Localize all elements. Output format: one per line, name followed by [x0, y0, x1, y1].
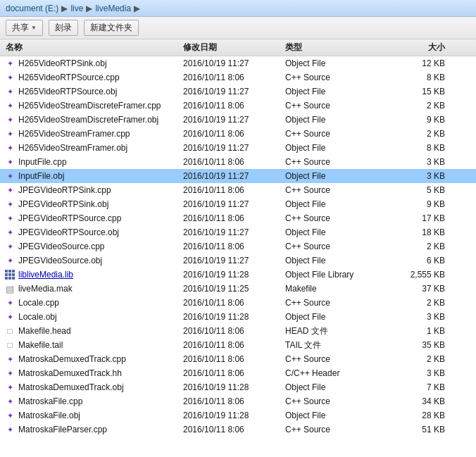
table-row[interactable]: ✦H265VideoRTPSource.obj2016/10/19 11:27O…: [0, 84, 476, 99]
table-row[interactable]: ✦JPEGVideoRTPSink.cpp2016/10/11 8:06C++ …: [0, 183, 476, 197]
table-row[interactable]: ✦H265VideoStreamFramer.cpp2016/10/11 8:0…: [0, 127, 476, 141]
table-row[interactable]: ✦MatroskaFile.cpp2016/10/11 8:06C++ Sour…: [0, 394, 476, 408]
file-icon: □: [4, 339, 15, 351]
file-date: 2016/10/19 11:27: [183, 227, 285, 237]
lib-icon: [4, 269, 15, 280]
cpp-icon: ✦: [4, 72, 15, 83]
file-size: 9 KB: [394, 115, 451, 125]
share-button[interactable]: 共享 ▼: [6, 20, 43, 36]
cpp-icon: ✦: [4, 353, 15, 365]
makefile-icon: ▤: [4, 283, 15, 294]
col-name-header[interactable]: 名称: [0, 42, 183, 54]
table-row[interactable]: ✦InputFile.obj2016/10/19 11:27Object Fil…: [0, 169, 476, 183]
cpp-icon: ✦: [4, 100, 15, 111]
table-row[interactable]: ✦H265VideoStreamDiscreteFramer.cpp2016/1…: [0, 99, 476, 113]
file-size: 7 KB: [394, 382, 451, 392]
table-row[interactable]: ✦H265VideoRTPSource.cpp2016/10/11 8:06C+…: [0, 70, 476, 84]
file-type: C++ Source: [285, 157, 394, 167]
table-row[interactable]: libliveMedia.lib2016/10/19 11:28Object F…: [0, 268, 476, 282]
file-name: libliveMedia.lib: [0, 269, 183, 280]
file-type: Object File: [285, 171, 394, 181]
obj-icon: ✦: [4, 142, 15, 154]
file-date: 2016/10/19 11:27: [183, 256, 285, 265]
breadcrumb-document[interactable]: document (E:): [6, 4, 58, 13]
table-row[interactable]: ✦JPEGVideoRTPSink.obj2016/10/19 11:27Obj…: [0, 197, 476, 211]
table-row[interactable]: ✦JPEGVideoRTPSource.obj2016/10/19 11:27O…: [0, 225, 476, 239]
table-row[interactable]: ✦H265VideoStreamFramer.obj2016/10/19 11:…: [0, 141, 476, 155]
file-size: 17 KB: [394, 213, 451, 223]
table-row[interactable]: ▤liveMedia.mak2016/10/19 11:25Makefile37…: [0, 282, 476, 296]
table-row[interactable]: ✦H265VideoStreamDiscreteFramer.obj2016/1…: [0, 113, 476, 127]
table-row[interactable]: ✦JPEGVideoSource.cpp2016/10/11 8:06C++ S…: [0, 239, 476, 253]
file-type: Object File: [285, 143, 394, 153]
file-date: 2016/10/11 8:06: [183, 129, 285, 139]
file-name: ▤liveMedia.mak: [0, 283, 183, 294]
file-size: 8 KB: [394, 143, 451, 153]
file-date: 2016/10/19 11:28: [183, 312, 285, 322]
file-name: ✦JPEGVideoRTPSource.obj: [0, 227, 183, 238]
file-type: C++ Source: [285, 242, 394, 251]
title-bar: document (E:) ▶ live ▶ liveMedia ▶: [0, 0, 476, 17]
table-row[interactable]: ✦H265VideoRTPSink.obj2016/10/19 11:27Obj…: [0, 56, 476, 70]
file-size: 18 KB: [394, 227, 451, 237]
file-size: 2 KB: [394, 242, 451, 251]
file-type: C++ Source: [285, 298, 394, 308]
table-row[interactable]: ✦JPEGVideoSource.obj2016/10/19 11:27Obje…: [0, 253, 476, 268]
file-date: 2016/10/19 11:27: [183, 199, 285, 209]
obj-icon: ✦: [4, 382, 15, 393]
file-name: ✦Locale.obj: [0, 311, 183, 323]
table-row[interactable]: ✦JPEGVideoRTPSource.cpp2016/10/11 8:06C+…: [0, 211, 476, 225]
share-dropdown-arrow: ▼: [31, 25, 37, 31]
table-row[interactable]: ✦MatroskaDemuxedTrack.obj2016/10/19 11:2…: [0, 380, 476, 394]
file-size: 51 KB: [394, 425, 451, 434]
file-date: 2016/10/11 8:06: [183, 213, 285, 223]
file-type: Object File Library: [285, 270, 394, 280]
col-size-header[interactable]: 大小: [394, 42, 451, 54]
table-row[interactable]: ✦Locale.obj2016/10/19 11:28Object File3 …: [0, 310, 476, 324]
new-folder-button[interactable]: 新建文件夹: [84, 20, 139, 36]
col-type-header[interactable]: 类型: [285, 42, 394, 54]
file-icon: □: [4, 325, 15, 337]
file-size: 3 KB: [394, 368, 451, 378]
file-date: 2016/10/11 8:06: [183, 101, 285, 111]
file-name: ✦MatroskaFileParser.cpp: [0, 424, 183, 435]
col-date-header[interactable]: 修改日期: [183, 42, 285, 54]
table-row[interactable]: ✦InputFile.cpp2016/10/11 8:06C++ Source3…: [0, 155, 476, 169]
table-row[interactable]: ✦MatroskaFile.obj2016/10/19 11:28Object …: [0, 408, 476, 422]
obj-icon: ✦: [4, 199, 15, 210]
obj-icon: ✦: [4, 311, 15, 323]
breadcrumb-livemedia[interactable]: liveMedia: [95, 4, 131, 13]
table-row[interactable]: ✦Locale.cpp2016/10/11 8:06C++ Source2 KB: [0, 296, 476, 310]
file-type: C++ Source: [285, 213, 394, 223]
cpp-icon: ✦: [4, 184, 15, 196]
file-date: 2016/10/19 11:27: [183, 115, 285, 125]
file-date: 2016/10/19 11:27: [183, 143, 285, 153]
file-name: ✦JPEGVideoRTPSource.cpp: [0, 213, 183, 224]
file-size: 2 KB: [394, 129, 451, 139]
table-row[interactable]: ✦MatroskaFileParser.cpp2016/10/11 8:06C+…: [0, 422, 476, 437]
table-row[interactable]: □Makefile.head2016/10/11 8:06HEAD 文件1 KB: [0, 324, 476, 338]
file-name: ✦H265VideoStreamFramer.obj: [0, 142, 183, 154]
file-name: ✦MatroskaFile.obj: [0, 410, 183, 421]
cpp-icon: ✦: [4, 396, 15, 407]
file-date: 2016/10/19 11:27: [183, 87, 285, 96]
file-name: ✦JPEGVideoSource.obj: [0, 255, 183, 266]
file-name: ✦H265VideoRTPSource.cpp: [0, 72, 183, 83]
file-date: 2016/10/11 8:06: [183, 425, 285, 434]
burn-button[interactable]: 刻录: [49, 20, 78, 36]
table-row[interactable]: ✦MatroskaDemuxedTrack.cpp2016/10/11 8:06…: [0, 352, 476, 366]
file-date: 2016/10/11 8:06: [183, 157, 285, 167]
file-type: Object File: [285, 115, 394, 125]
file-size: 5 KB: [394, 185, 451, 195]
file-date: 2016/10/11 8:06: [183, 396, 285, 406]
file-type: Object File: [285, 87, 394, 96]
table-row[interactable]: ✦MatroskaDemuxedTrack.hh2016/10/11 8:06C…: [0, 366, 476, 380]
table-row[interactable]: □Makefile.tail2016/10/11 8:06TAIL 文件35 K…: [0, 338, 476, 352]
file-type: Object File: [285, 382, 394, 392]
cpp-icon: ✦: [4, 213, 15, 224]
obj-icon: ✦: [4, 410, 15, 421]
file-date: 2016/10/19 11:28: [183, 270, 285, 280]
breadcrumb-live[interactable]: live: [70, 4, 83, 13]
file-name: ✦H265VideoStreamFramer.cpp: [0, 128, 183, 139]
file-date: 2016/10/11 8:06: [183, 326, 285, 336]
